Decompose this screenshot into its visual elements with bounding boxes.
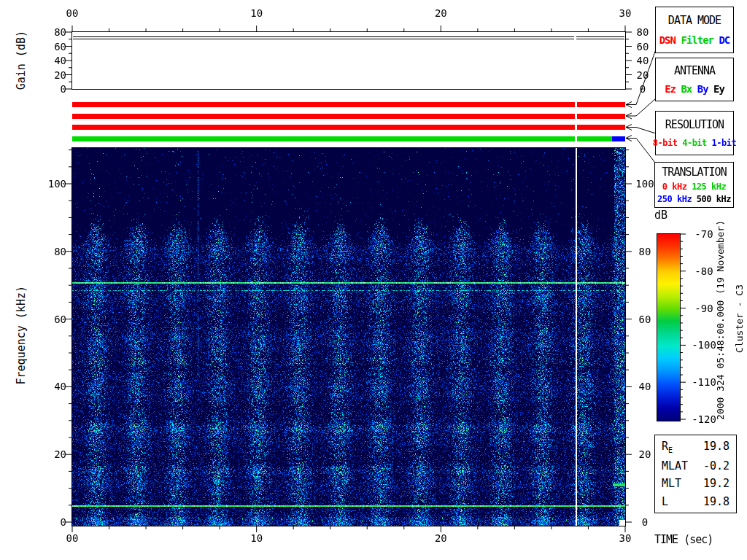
ephemeris-row-mlat: MLAT-0.2: [655, 459, 736, 472]
freq-ytick-label: 80: [35, 246, 66, 257]
gain-trace-line-lower: [73, 39, 624, 39]
ephemeris-row-l: L19.8: [655, 495, 736, 508]
spacecraft-annotation: Cluster - C3: [734, 284, 745, 353]
option-4-bit: 4-bit: [677, 138, 706, 148]
colorbar: [657, 233, 681, 421]
gain-trace-line: [73, 36, 624, 37]
ephemeris-label: RE: [662, 440, 673, 454]
freq-ytick-label-right: 80: [632, 246, 658, 257]
data-mode-bar: [72, 102, 625, 107]
gain-ytick-label-right: 60: [632, 41, 654, 52]
translation-options-row1: 0 kHz 125 kHz: [662, 182, 726, 192]
option-by: By: [692, 83, 708, 95]
data-mode-options: DSN Filter DC: [659, 34, 730, 46]
ephemeris-row-r: RE19.8: [655, 440, 736, 454]
colorbar-units-label: dB: [654, 209, 667, 222]
translation-title: TRANSLATION: [662, 166, 726, 179]
option-1-bit: 1-bit: [707, 138, 736, 148]
time-tick-label: 20: [426, 532, 455, 544]
freq-ytick-label: 40: [35, 381, 66, 392]
option-bx: Bx: [676, 83, 692, 95]
translation-bar: [72, 136, 625, 141]
gain-ytick-label-right: 80: [632, 26, 654, 38]
ephemeris-value: -0.2: [703, 459, 729, 472]
ephemeris-label: MLAT: [662, 459, 688, 472]
option-500-khz: 500 kHz: [692, 194, 731, 204]
ephemeris-label: MLT: [662, 477, 681, 490]
resolution-box: RESOLUTION 8-bit 4-bit 1-bit: [655, 111, 734, 155]
resolution-title: RESOLUTION: [665, 118, 724, 131]
gain-trace-gap: [574, 35, 576, 41]
frequency-axis-label: Frequency (kHz): [15, 286, 28, 384]
antenna-options: Ez Bx By Ey: [665, 83, 724, 95]
antenna-bar: [72, 114, 625, 119]
translation-box: TRANSLATION 0 kHz 125 kHz 250 kHz 500 kH…: [654, 162, 734, 208]
spectrogram-canvas: [72, 148, 625, 526]
time-tick-label: 00: [58, 532, 87, 544]
datetime-annotation: 2000 324 05:48:00.000 (19 November): [715, 220, 726, 420]
translation-options-row2: 250 kHz 500 kHz: [657, 194, 731, 204]
freq-ytick-label: 60: [35, 314, 66, 325]
mode-bars-marker-gap: [575, 101, 577, 142]
data-mode-title: DATA MODE: [668, 14, 721, 27]
gain-ytick-label: 40: [44, 55, 66, 66]
freq-ytick-label-right: 0: [632, 516, 658, 528]
ephemeris-value: 19.8: [703, 495, 729, 508]
gain-ytick-label-right: 0: [632, 83, 654, 95]
option-8-bit: 8-bit: [653, 138, 678, 148]
freq-ytick-label: 100: [35, 178, 66, 190]
data-mode-box: DATA MODE DSN Filter DC: [655, 7, 734, 53]
gain-ytick-label: 20: [44, 69, 66, 81]
resolution-options: 8-bit 4-bit 1-bit: [653, 138, 736, 148]
option-dsn: DSN: [659, 34, 676, 46]
resolution-bar: [72, 125, 625, 130]
gain-time-tick-label: 00: [58, 7, 87, 19]
gain-ytick-label: 60: [44, 41, 66, 52]
gain-plot: [72, 32, 625, 89]
ephemeris-box: RE19.8MLAT-0.2MLT19.2L19.8: [654, 435, 737, 513]
option-ey: Ey: [708, 83, 724, 95]
ephemeris-value: 19.2: [703, 477, 729, 490]
gain-axis-label: Gain (dB): [15, 31, 28, 90]
gain-ytick-label-right: 20: [632, 69, 654, 81]
option-ez: Ez: [665, 83, 676, 95]
gain-time-tick-label: 20: [426, 7, 455, 19]
freq-ytick-label-right: 40: [632, 381, 658, 392]
gain-ytick-label: 80: [44, 26, 66, 38]
option-250-khz: 250 kHz: [657, 194, 692, 204]
option-125-khz: 125 kHz: [686, 182, 726, 192]
ephemeris-label: L: [662, 495, 668, 508]
option-dc: DC: [713, 34, 729, 46]
ephemeris-value: 19.8: [703, 440, 729, 454]
time-tick-label: 10: [242, 532, 271, 544]
option-filter: Filter: [676, 34, 713, 46]
antenna-title: ANTENNA: [674, 64, 715, 77]
gain-time-tick-label: 30: [611, 7, 640, 19]
gain-ytick-label: 0: [44, 83, 66, 95]
gain-ytick-label-right: 40: [632, 55, 654, 66]
freq-ytick-label-right: 60: [632, 314, 658, 325]
option-0-khz: 0 kHz: [662, 182, 687, 192]
antenna-box: ANTENNA Ez Bx By Ey: [655, 58, 734, 101]
ephemeris-row-mlt: MLT19.2: [655, 477, 736, 490]
freq-ytick-label: 0: [35, 516, 66, 528]
wbd-spectrogram-display: Gain (dB) Frequency (kHz) 00102030 00102…: [0, 0, 747, 560]
time-axis-title: TIME (sec): [654, 533, 713, 546]
freq-ytick-label: 20: [35, 448, 66, 460]
time-tick-label: 30: [611, 532, 640, 544]
translation-bar-end-segment: [612, 136, 625, 141]
gain-time-tick-label: 10: [242, 7, 271, 19]
